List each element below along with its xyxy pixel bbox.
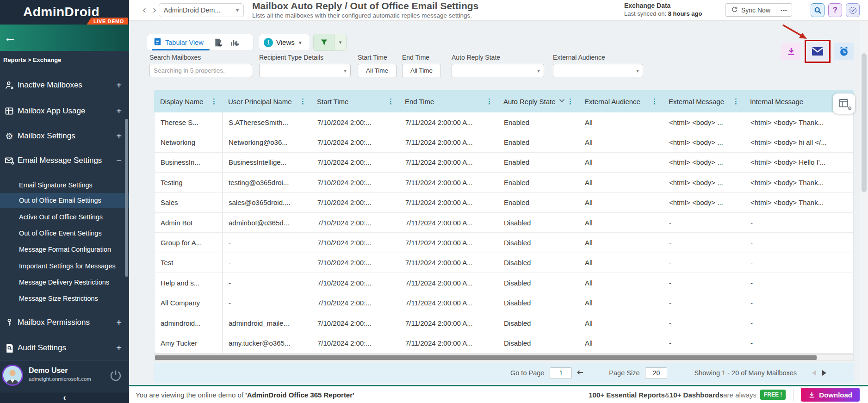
table-cell: All Company xyxy=(155,293,223,313)
nav-back-icon[interactable]: ‹ xyxy=(139,6,149,16)
column-menu-icon[interactable]: ⋮ xyxy=(299,97,306,105)
next-page-icon[interactable] xyxy=(819,370,829,376)
sidebar-subitem[interactable]: Important Settings for Messages xyxy=(0,260,129,272)
table-row[interactable]: Help and s...-7/10/2024 2:00:...7/11/202… xyxy=(155,273,853,293)
export-download-button[interactable] xyxy=(781,43,801,60)
table-row[interactable]: admindroid...admindroid_maile...7/10/202… xyxy=(155,313,853,333)
sidebar-item-audit-settings[interactable]: Audit Settings + xyxy=(0,341,129,355)
table-row[interactable]: Admin Botadminbot@o365d...7/10/2024 2:00… xyxy=(155,213,853,233)
table-row[interactable]: All Company-7/10/2024 2:00:...7/11/2024 … xyxy=(155,293,853,313)
table-cell: adminbot@o365d... xyxy=(223,213,311,232)
column-menu-icon[interactable]: ⋮ xyxy=(732,97,739,105)
sidebar-scrollbar[interactable] xyxy=(125,119,128,277)
table-column-header[interactable]: End Time⋮ xyxy=(399,90,497,112)
filter-dropdown-caret[interactable]: ▾ xyxy=(334,34,346,50)
help-icon[interactable]: ? xyxy=(828,3,842,17)
external-audience-select[interactable]: ▾ xyxy=(553,64,643,77)
column-menu-icon[interactable]: ⋮ xyxy=(651,97,658,105)
sidebar-subitem[interactable]: Out of Office Event Settings xyxy=(0,227,129,239)
table-column-header[interactable]: Display Name⋮ xyxy=(154,90,222,112)
go-to-page-icon[interactable] xyxy=(576,369,583,377)
back-arrow-icon[interactable]: ← xyxy=(4,31,16,44)
email-report-button[interactable] xyxy=(807,43,828,60)
auto-reply-state-select[interactable]: ▾ xyxy=(452,64,544,77)
table-row[interactable]: Group for A...-7/10/2024 2:00:...7/11/20… xyxy=(155,233,853,253)
table-cell: 7/11/2024 2:00:00 A... xyxy=(399,333,498,353)
column-menu-icon[interactable]: ⋮ xyxy=(486,97,493,105)
table-row[interactable]: Amy Tuckeramy.tucker@o365...7/10/2024 2:… xyxy=(155,333,853,353)
report-export-icon[interactable] xyxy=(210,34,227,50)
chevron-down-icon: ▾ xyxy=(537,68,540,74)
chart-view-icon[interactable] xyxy=(227,34,243,50)
column-chooser-button[interactable]: ⚙ xyxy=(833,93,855,114)
column-menu-icon[interactable]: ⋮ xyxy=(211,97,217,105)
collapse-minus-icon[interactable]: − xyxy=(116,155,122,166)
expand-plus-icon[interactable]: + xyxy=(116,80,122,91)
table-row[interactable]: Salessales@o365droid....7/10/2024 2:00:.… xyxy=(155,193,853,213)
download-button[interactable]: Download xyxy=(801,388,860,402)
gear-icon: ⚙ xyxy=(847,105,852,112)
schedule-check-icon[interactable] xyxy=(846,3,860,17)
horizontal-scrollbar[interactable] xyxy=(154,354,854,361)
sidebar-item-mailbox-settings[interactable]: ⚙ Mailbox Settings + xyxy=(0,129,129,143)
expand-plus-icon[interactable]: + xyxy=(116,317,122,328)
table-row[interactable]: BusinessIn...BusinessIntellige...7/10/20… xyxy=(155,153,853,173)
sidebar-item-email-message-settings[interactable]: Email Message Settings − xyxy=(0,153,129,168)
expand-plus-icon[interactable]: + xyxy=(116,131,122,142)
table-column-header[interactable]: Auto Reply State⋮ xyxy=(497,90,578,112)
vertical-scrollbar[interactable] xyxy=(860,21,868,385)
table-cell: Admin Bot xyxy=(155,213,223,232)
sidebar-item-mailbox-permissions[interactable]: Mailbox Permissions + xyxy=(0,315,129,330)
page-number-input[interactable] xyxy=(550,367,572,379)
vertical-scrollbar-thumb[interactable] xyxy=(862,53,867,192)
schedule-alarm-button[interactable] xyxy=(834,43,854,60)
horizontal-scrollbar-thumb[interactable] xyxy=(155,355,817,360)
table-column-header[interactable]: User Principal Name⋮ xyxy=(222,90,311,112)
table-cell: 7/11/2024 2:00:00 A... xyxy=(399,112,498,132)
sidebar-item-inactive-mailboxes[interactable]: Inactive Mailboxes + xyxy=(0,78,129,93)
table-column-header[interactable]: External Audience⋮ xyxy=(578,90,663,112)
sidebar-subitem[interactable]: Message Size Restrictions xyxy=(0,292,129,304)
more-options-icon[interactable]: ••• xyxy=(776,7,792,13)
end-time-input[interactable] xyxy=(406,67,437,74)
funnel-icon[interactable] xyxy=(314,34,334,50)
sidebar-subitem[interactable]: Active Out of Office Settings xyxy=(0,211,129,223)
table-cell: 7/11/2024 2:00:00 A... xyxy=(399,193,498,212)
sidebar-subitem[interactable]: Email Signature Settings xyxy=(0,179,129,191)
views-dropdown[interactable]: 1 Views ▾ xyxy=(259,34,310,50)
logo-area: AdminDroid LIVE DEMO xyxy=(0,0,129,25)
table-cell: - xyxy=(744,273,854,292)
tenant-selector[interactable]: AdminDroid Dem... ▾ xyxy=(159,3,244,17)
expand-plus-icon[interactable]: + xyxy=(116,106,122,117)
start-time-input[interactable] xyxy=(362,67,392,74)
sidebar-subitem[interactable]: Message Delivery Restrictions xyxy=(0,276,129,288)
table-row[interactable]: NetworkingNetworking@o36...7/10/2024 2:0… xyxy=(155,132,853,152)
sidebar-item-mailbox-app-usage[interactable]: Mailbox App Usage + xyxy=(0,104,129,118)
table-column-header[interactable]: External Message⋮ xyxy=(663,90,744,112)
table-cell: 7/11/2024 2:00:00 A... xyxy=(399,293,498,313)
search-icon[interactable] xyxy=(811,3,825,17)
avatar[interactable] xyxy=(2,365,23,386)
sync-now-button[interactable]: Sync Now ••• xyxy=(725,3,792,17)
expand-plus-icon[interactable]: + xyxy=(116,343,122,353)
go-to-page-label: Go to Page xyxy=(510,369,544,377)
nav-forward-icon[interactable]: › xyxy=(149,6,160,16)
table-cell: 7/10/2024 2:00:... xyxy=(311,313,399,333)
table-row[interactable]: Therese S...S.AThereseSmith...7/10/2024 … xyxy=(155,112,853,132)
table-row[interactable]: Testingtesting@o365droi...7/10/2024 2:00… xyxy=(155,173,853,192)
page-size-input[interactable] xyxy=(645,367,667,379)
recipient-type-select[interactable]: ▾ xyxy=(259,64,351,77)
table-row[interactable]: Test-7/10/2024 2:00:...7/11/2024 2:00:00… xyxy=(155,253,853,273)
sidebar-subitem[interactable]: Message Format Configuration xyxy=(0,243,129,255)
sidebar-collapse-chevron-icon[interactable]: ‹ xyxy=(0,392,129,403)
sidebar-subitem[interactable]: Out of Office Email Settings xyxy=(0,193,129,208)
tab-tabular-view[interactable]: Tabular View xyxy=(147,34,210,50)
prev-page-icon[interactable] xyxy=(809,370,819,376)
table-cell: 7/10/2024 2:00:... xyxy=(311,333,399,353)
power-icon[interactable] xyxy=(109,369,123,383)
app-window: AdminDroid LIVE DEMO ← Reports > Exchang… xyxy=(0,0,868,403)
table-column-header[interactable]: Start Time⋮ xyxy=(311,90,399,112)
column-menu-icon[interactable]: ⋮ xyxy=(387,97,394,105)
search-input[interactable] xyxy=(154,67,248,74)
column-menu-icon[interactable]: ⋮ xyxy=(567,97,574,105)
